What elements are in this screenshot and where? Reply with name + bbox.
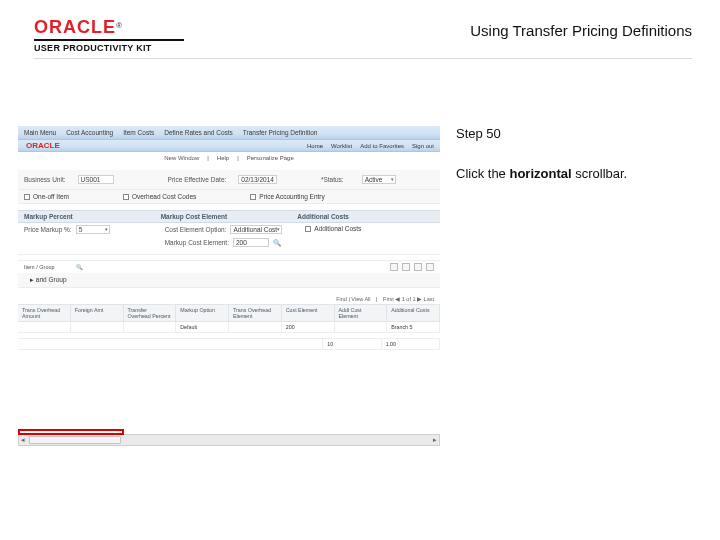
upk-subbrand: USER PRODUCTIVITY KIT: [34, 39, 184, 53]
price-markup-input[interactable]: 5: [76, 225, 110, 234]
scroll-left-arrow[interactable]: ◂: [19, 436, 27, 444]
table-row: Default 200 Branch 5: [18, 322, 440, 333]
markup-elem-input[interactable]: 200: [233, 238, 269, 247]
utility-link-signout[interactable]: Sign out: [412, 143, 434, 149]
checks-row: One-off Item Overhead Cost Codes Price A…: [18, 190, 440, 204]
cost-elem-opt-select[interactable]: Additional Cost: [230, 225, 282, 234]
col-header[interactable]: Addl Cost Element: [335, 305, 388, 321]
params-row: Business Unit: US001 Price Effective Dat…: [18, 170, 440, 190]
step-text-bold: horizontal: [509, 166, 571, 181]
scrollbar-thumb[interactable]: [29, 436, 121, 444]
cell[interactable]: 1.00: [382, 339, 440, 349]
grid-tool-icon[interactable]: [402, 263, 410, 271]
app-oracle-logo: ORACLE: [20, 139, 66, 152]
grid-tool-icon[interactable]: [414, 263, 422, 271]
cost-elem-opt-label: Cost Element Option:: [165, 226, 227, 233]
section-markup-elem: Markup Cost Element: [161, 213, 298, 220]
scroll-right-arrow[interactable]: ▸: [431, 436, 439, 444]
cell[interactable]: [71, 322, 124, 332]
app-breadcrumb-bar: Main Menu Cost Accounting Item Costs Def…: [18, 126, 440, 140]
section-additional-costs: Additional Costs: [297, 213, 434, 220]
utility-link-favorites[interactable]: Add to Favorites: [360, 143, 404, 149]
subnav-personalize[interactable]: Personalize Page: [247, 155, 294, 161]
breadcrumb-item[interactable]: Define Rates and Costs: [164, 129, 233, 136]
utility-link-worklist[interactable]: Worklist: [331, 143, 352, 149]
grid-tool-icon[interactable]: [426, 263, 434, 271]
status-select[interactable]: Active: [362, 175, 396, 184]
lookup-icon[interactable]: 🔍: [273, 239, 281, 247]
doc-title: Using Transfer Pricing Definitions: [470, 22, 692, 40]
check-additional-costs[interactable]: Additional Costs: [305, 225, 361, 232]
expand-icon[interactable]: ▸ and Group: [30, 276, 67, 284]
price-markup-label: Price Markup %:: [24, 226, 72, 233]
effdate-value: 02/13/2014: [238, 175, 277, 184]
app-screenshot: Main Menu Cost Accounting Item Costs Def…: [18, 126, 440, 446]
horizontal-scrollbar[interactable]: ◂ ▸: [18, 434, 440, 446]
cell[interactable]: [18, 322, 71, 332]
cell[interactable]: [124, 322, 177, 332]
markup-elem-label: Markup Cost Element:: [165, 239, 229, 246]
col-header[interactable]: Trans Overhead Element: [229, 305, 282, 321]
subnav-help[interactable]: Help: [217, 155, 229, 161]
cell[interactable]: 10: [323, 339, 381, 349]
bu-value: US001: [78, 175, 114, 184]
section-markup-pct: Markup Percent: [24, 213, 161, 220]
cell[interactable]: [335, 322, 388, 332]
header-divider: [34, 58, 692, 59]
subnav: New Window | Help | Personalize Page: [18, 152, 440, 164]
bu-label: Business Unit:: [24, 176, 66, 183]
table-row: 10 1.00: [18, 339, 440, 350]
check-overhead[interactable]: Overhead Cost Codes: [123, 193, 196, 200]
lookup-icon[interactable]: 🔍: [76, 264, 83, 270]
step-text-pre: Click the: [456, 166, 509, 181]
col-header[interactable]: Additional Costs: [387, 305, 440, 321]
status-label: *Status:: [321, 176, 344, 183]
utility-nav: ORACLE Home Worklist Add to Favorites Si…: [18, 140, 440, 152]
section-headers: Markup Percent Markup Cost Element Addit…: [18, 210, 440, 223]
cell[interactable]: 200: [282, 322, 335, 332]
col-header[interactable]: Trans Overhead Amount: [18, 305, 71, 321]
grid-toolbar: [390, 263, 434, 271]
breadcrumb-item[interactable]: Cost Accounting: [66, 129, 113, 136]
check-acct[interactable]: Price Accounting Entry: [250, 193, 324, 200]
grid-header: Trans Overhead Amount Foreign Amt Transf…: [18, 304, 440, 322]
grid-tool-icon[interactable]: [390, 263, 398, 271]
item-group-label: Item / Group: [24, 264, 55, 270]
cell[interactable]: Default: [176, 322, 229, 332]
utility-link-home[interactable]: Home: [307, 143, 323, 149]
breadcrumb-item[interactable]: Item Costs: [123, 129, 154, 136]
breadcrumb-item[interactable]: Main Menu: [24, 129, 56, 136]
effdate-label: Price Effective Date:: [168, 176, 227, 183]
cell[interactable]: [229, 322, 282, 332]
grid-find-view[interactable]: Find | View All: [336, 296, 370, 302]
subnav-new-window[interactable]: New Window: [164, 155, 199, 161]
col-header[interactable]: Transfer Overhead Percent: [124, 305, 177, 321]
step-text-post: scrollbar.: [572, 166, 628, 181]
col-header[interactable]: Cost Element: [282, 305, 335, 321]
check-oneoff[interactable]: One-off Item: [24, 193, 69, 200]
col-header[interactable]: Markup Option: [176, 305, 229, 321]
grid-expand-row: ▸ and Group: [18, 273, 440, 288]
step-instruction: Click the horizontal scrollbar.: [456, 166, 692, 183]
col-header[interactable]: Foreign Amt: [71, 305, 124, 321]
step-number: Step 50: [456, 126, 692, 142]
breadcrumb-item[interactable]: Transfer Pricing Definition: [243, 129, 318, 136]
grid-nav[interactable]: First ◀ 1 of 1 ▶ Last: [383, 296, 434, 302]
cell[interactable]: Branch 5: [387, 322, 440, 332]
